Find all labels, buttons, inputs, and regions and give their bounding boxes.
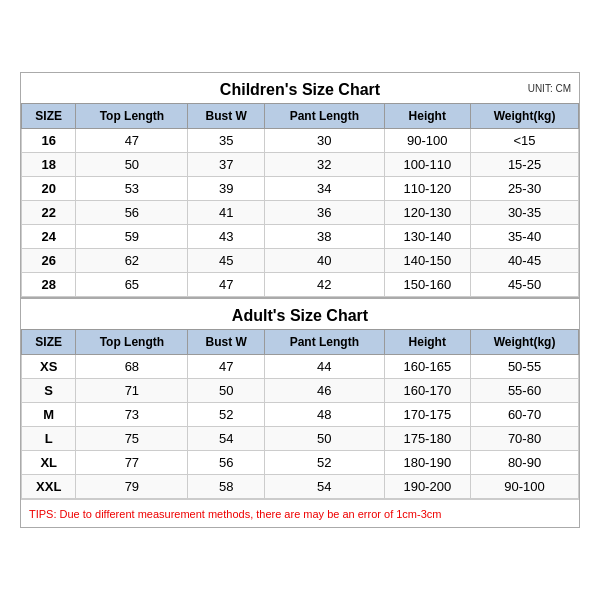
table-cell: 180-190 — [384, 451, 470, 475]
table-row: S715046160-17055-60 — [22, 379, 579, 403]
tips-row: TIPS: Due to different measurement metho… — [21, 499, 579, 527]
table-cell: 110-120 — [384, 177, 470, 201]
table-cell: 160-170 — [384, 379, 470, 403]
table-cell: 45 — [188, 249, 265, 273]
table-cell: 18 — [22, 153, 76, 177]
table-cell: 34 — [265, 177, 384, 201]
table-cell: XXL — [22, 475, 76, 499]
table-cell: 22 — [22, 201, 76, 225]
table-cell: 175-180 — [384, 427, 470, 451]
adults-header: SIZE Top Length Bust W Pant Length Heigh… — [22, 330, 579, 355]
table-cell: 120-130 — [384, 201, 470, 225]
table-cell: 150-160 — [384, 273, 470, 297]
children-col-height: Height — [384, 104, 470, 129]
table-row: 20533934110-12025-30 — [22, 177, 579, 201]
table-cell: 54 — [265, 475, 384, 499]
table-cell: S — [22, 379, 76, 403]
children-header: SIZE Top Length Bust W Pant Length Heigh… — [22, 104, 579, 129]
table-cell: 36 — [265, 201, 384, 225]
table-cell: 160-165 — [384, 355, 470, 379]
children-title-text: Children's Size Chart — [220, 81, 380, 98]
table-cell: 56 — [76, 201, 188, 225]
table-cell: 62 — [76, 249, 188, 273]
table-row: XS684744160-16550-55 — [22, 355, 579, 379]
table-cell: 25-30 — [471, 177, 579, 201]
unit-label: UNIT: CM — [528, 83, 571, 94]
table-cell: M — [22, 403, 76, 427]
adults-table: SIZE Top Length Bust W Pant Length Heigh… — [21, 329, 579, 499]
table-cell: 58 — [188, 475, 265, 499]
table-cell: 60-70 — [471, 403, 579, 427]
table-cell: 90-100 — [384, 129, 470, 153]
table-cell: <15 — [471, 129, 579, 153]
table-cell: 47 — [76, 129, 188, 153]
table-cell: 70-80 — [471, 427, 579, 451]
table-cell: XS — [22, 355, 76, 379]
table-cell: 16 — [22, 129, 76, 153]
table-row: M735248170-17560-70 — [22, 403, 579, 427]
children-title: Children's Size Chart UNIT: CM — [21, 73, 579, 103]
table-cell: 75 — [76, 427, 188, 451]
table-cell: 77 — [76, 451, 188, 475]
table-cell: 190-200 — [384, 475, 470, 499]
table-cell: 38 — [265, 225, 384, 249]
table-cell: 24 — [22, 225, 76, 249]
table-cell: 56 — [188, 451, 265, 475]
table-cell: 43 — [188, 225, 265, 249]
table-cell: 79 — [76, 475, 188, 499]
adults-col-weight: Weight(kg) — [471, 330, 579, 355]
table-cell: 65 — [76, 273, 188, 297]
table-cell: 47 — [188, 355, 265, 379]
table-row: 18503732100-11015-25 — [22, 153, 579, 177]
size-chart: Children's Size Chart UNIT: CM SIZE Top … — [20, 72, 580, 528]
table-cell: 40-45 — [471, 249, 579, 273]
children-col-weight: Weight(kg) — [471, 104, 579, 129]
adults-title: Adult's Size Chart — [21, 297, 579, 329]
table-cell: 48 — [265, 403, 384, 427]
adults-col-height: Height — [384, 330, 470, 355]
table-cell: 35 — [188, 129, 265, 153]
adults-col-toplength: Top Length — [76, 330, 188, 355]
table-cell: 50-55 — [471, 355, 579, 379]
table-cell: 130-140 — [384, 225, 470, 249]
table-cell: 26 — [22, 249, 76, 273]
table-cell: 140-150 — [384, 249, 470, 273]
children-col-bustw: Bust W — [188, 104, 265, 129]
table-cell: 59 — [76, 225, 188, 249]
table-cell: 71 — [76, 379, 188, 403]
table-cell: 50 — [188, 379, 265, 403]
table-cell: 35-40 — [471, 225, 579, 249]
table-cell: 52 — [265, 451, 384, 475]
table-row: XL775652180-19080-90 — [22, 451, 579, 475]
table-cell: 30-35 — [471, 201, 579, 225]
adults-title-text: Adult's Size Chart — [232, 307, 368, 324]
table-cell: 170-175 — [384, 403, 470, 427]
adults-col-size: SIZE — [22, 330, 76, 355]
children-col-size: SIZE — [22, 104, 76, 129]
table-cell: 45-50 — [471, 273, 579, 297]
table-cell: 100-110 — [384, 153, 470, 177]
table-cell: 42 — [265, 273, 384, 297]
children-col-toplength: Top Length — [76, 104, 188, 129]
table-cell: 15-25 — [471, 153, 579, 177]
table-row: 26624540140-15040-45 — [22, 249, 579, 273]
table-cell: 30 — [265, 129, 384, 153]
table-cell: 53 — [76, 177, 188, 201]
table-cell: 54 — [188, 427, 265, 451]
table-cell: 32 — [265, 153, 384, 177]
table-cell: 39 — [188, 177, 265, 201]
table-cell: 44 — [265, 355, 384, 379]
table-cell: 50 — [265, 427, 384, 451]
table-row: XXL795854190-20090-100 — [22, 475, 579, 499]
table-row: 22564136120-13030-35 — [22, 201, 579, 225]
adults-body: XS684744160-16550-55S715046160-17055-60M… — [22, 355, 579, 499]
table-cell: XL — [22, 451, 76, 475]
table-cell: 52 — [188, 403, 265, 427]
table-cell: 20 — [22, 177, 76, 201]
table-cell: 46 — [265, 379, 384, 403]
tips-text: TIPS: Due to different measurement metho… — [29, 508, 441, 520]
children-col-pantlength: Pant Length — [265, 104, 384, 129]
table-cell: 40 — [265, 249, 384, 273]
table-cell: 80-90 — [471, 451, 579, 475]
children-body: 1647353090-100<1518503732100-11015-25205… — [22, 129, 579, 297]
